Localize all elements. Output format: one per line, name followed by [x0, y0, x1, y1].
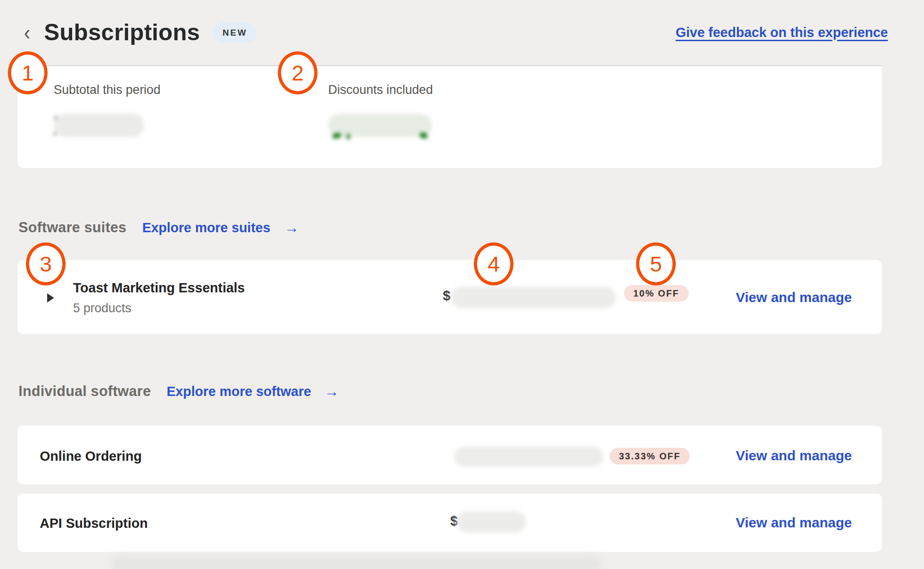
arrow-right-icon[interactable]: → — [324, 383, 339, 400]
individual-software-heading: Individual software — [18, 383, 151, 400]
page-header: ‹ Subscriptions NEW Give feedback on thi… — [18, 16, 888, 49]
product-title: API Subscription — [40, 516, 148, 531]
individual-software-section-header: Individual software Explore more softwar… — [18, 381, 339, 402]
product-title: Online Ordering — [40, 449, 142, 464]
discounts-label: Discounts included — [328, 83, 433, 97]
product-row-online-ordering: Online Ordering 33.33% OFF View and mana… — [18, 426, 882, 484]
explore-more-suites-link[interactable]: Explore more suites — [142, 220, 270, 235]
annotation-number: 1 — [22, 62, 34, 84]
redacted-green-fragment — [347, 134, 350, 139]
annotation-circle-1: 1 — [8, 51, 48, 94]
annotation-circle-2: 2 — [278, 51, 318, 94]
suite-title-block: Toast Marketing Essentials 5 products — [73, 280, 245, 315]
product-row-api-subscription: API Subscription $ View and manage — [18, 494, 882, 552]
redacted-fragment — [54, 133, 56, 135]
view-and-manage-link[interactable]: View and manage — [736, 515, 852, 531]
suite-title: Toast Marketing Essentials — [73, 280, 245, 296]
redacted-price-blob — [457, 511, 526, 532]
redacted-green-fragment — [420, 133, 428, 138]
annotation-circle-4: 4 — [474, 242, 514, 285]
api-price-redacted: $ — [450, 511, 529, 534]
page-title: Subscriptions — [44, 19, 200, 46]
software-suites-heading: Software suites — [18, 219, 127, 236]
explore-more-software-link[interactable]: Explore more software — [166, 384, 311, 399]
software-suites-section-header: Software suites Explore more suites → — [18, 217, 299, 238]
billing-summary-card: Subtotal this period Discounts included — [18, 65, 882, 168]
subscriptions-page: ‹ Subscriptions NEW Give feedback on thi… — [0, 0, 924, 569]
annotation-number: 4 — [488, 253, 500, 275]
redacted-price-blob — [451, 287, 616, 308]
expand-caret-icon[interactable] — [47, 293, 54, 303]
subtotal-label: Subtotal this period — [54, 83, 160, 97]
redacted-fragment — [55, 117, 57, 119]
subtotal-value-redacted — [54, 114, 144, 137]
suite-row-toast-marketing-essentials: Toast Marketing Essentials 5 products $ … — [18, 260, 882, 334]
annotation-number: 3 — [40, 253, 52, 275]
back-chevron-icon[interactable]: ‹ — [24, 22, 30, 43]
annotation-circle-3: 3 — [26, 242, 66, 285]
blurred-next-section — [111, 557, 601, 569]
feedback-link[interactable]: Give feedback on this experience — [676, 25, 888, 40]
discount-badge: 33.33% OFF — [610, 448, 690, 464]
view-and-manage-link[interactable]: View and manage — [736, 448, 852, 464]
currency-fragment: $ — [443, 288, 451, 303]
suite-price-redacted: $ — [443, 286, 618, 309]
redacted-green-fragment — [332, 133, 342, 138]
annotation-circle-5: 5 — [636, 242, 676, 285]
suite-product-count: 5 products — [73, 301, 245, 315]
annotation-number: 5 — [650, 253, 662, 275]
arrow-right-icon[interactable]: → — [284, 219, 299, 236]
discounts-value-redacted — [328, 114, 432, 137]
subtotal-column: Subtotal this period — [54, 83, 160, 137]
view-and-manage-link[interactable]: View and manage — [736, 290, 852, 305]
discounts-column: Discounts included — [328, 83, 433, 137]
new-badge: NEW — [213, 22, 257, 43]
annotation-number: 2 — [292, 62, 304, 84]
discount-badge: 10% OFF — [624, 285, 689, 302]
redacted-price-blob — [454, 446, 603, 467]
